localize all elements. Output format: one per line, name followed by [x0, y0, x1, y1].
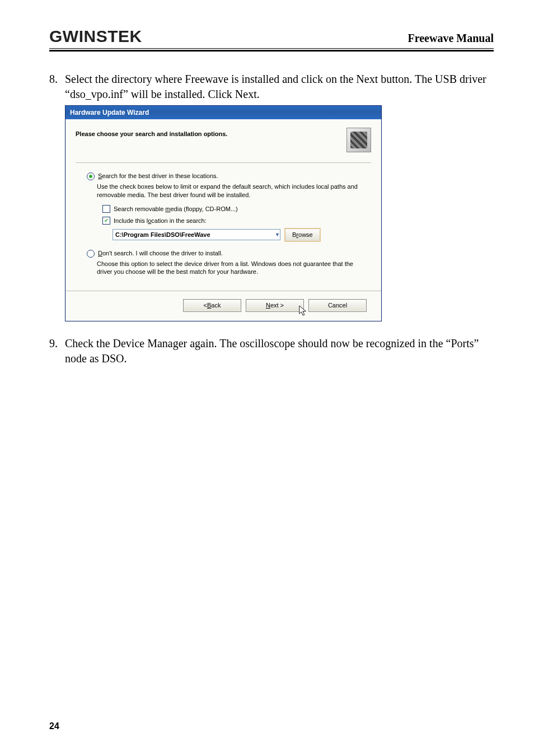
radio-label: Search for the best driver in these loca… — [98, 172, 218, 180]
radio-unselected-icon — [87, 250, 95, 258]
hardware-update-wizard-dialog: Hardware Update Wizard Please choose you… — [65, 105, 382, 321]
location-path-combobox[interactable]: C:\Program Files\DSO\FreeWave ▾ — [113, 229, 280, 240]
step-8: 8. Select the directory where Freewave i… — [49, 72, 494, 102]
checkbox-label: Include this location in the search: — [114, 217, 207, 225]
cancel-button[interactable]: Cancel — [308, 299, 367, 312]
step-text: Select the directory where Freewave is i… — [65, 72, 494, 102]
header-rule-thin — [49, 48, 494, 49]
step-number: 8. — [49, 72, 65, 87]
radio-selected-icon — [87, 172, 95, 180]
step-9: 9. Check the Device Manager again. The o… — [49, 336, 494, 366]
step-text: Check the Device Manager again. The osci… — [65, 336, 494, 366]
checkbox-unchecked-icon — [102, 205, 110, 213]
step-number: 9. — [49, 336, 65, 351]
checkbox-checked-icon: ✔ — [102, 217, 110, 225]
checkbox-include-location[interactable]: ✔ Include this location in the search: — [102, 217, 366, 225]
back-button[interactable]: < Back — [183, 299, 241, 312]
radio-dont-search[interactable]: Don't search. I will choose the driver t… — [87, 249, 366, 258]
dialog-heading: Please choose your search and installati… — [76, 130, 227, 138]
dialog-titlebar: Hardware Update Wizard — [65, 106, 381, 119]
path-value: C:\Program Files\DSO\FreeWave — [115, 231, 210, 239]
next-button[interactable]: Next > — [246, 299, 304, 312]
page-number: 24 — [49, 721, 59, 731]
option1-help-text: Use the check boxes below to limit or ex… — [97, 183, 366, 199]
option2-help-text: Choose this option to select the device … — [97, 260, 366, 277]
wizard-icon — [346, 128, 371, 152]
dialog-divider — [65, 291, 381, 291]
checkbox-removable-media[interactable]: Search removable media (floppy, CD-ROM..… — [102, 205, 366, 213]
chevron-down-icon: ▾ — [276, 231, 279, 239]
radio-label: Don't search. I will choose the driver t… — [98, 249, 223, 258]
browse-button[interactable]: Browse — [285, 228, 320, 241]
header-rule-thick — [49, 50, 494, 52]
brand-logo: GWINSTEK — [49, 27, 142, 46]
radio-search-best-driver[interactable]: Search for the best driver in these loca… — [87, 172, 366, 180]
checkbox-label: Search removable media (floppy, CD-ROM..… — [114, 205, 238, 213]
page-header: GWINSTEK Freewave Manual — [49, 27, 494, 47]
manual-title: Freewave Manual — [408, 32, 494, 45]
